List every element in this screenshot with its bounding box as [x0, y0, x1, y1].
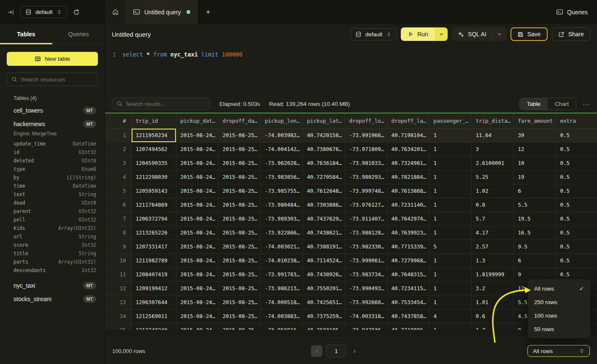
cell[interactable]: 1.8199999: [471, 267, 513, 281]
cell[interactable]: 40.7375259…: [303, 309, 345, 323]
database-selector[interactable]: default: [20, 6, 67, 18]
cell[interactable]: -73.989303…: [260, 212, 303, 226]
cell[interactable]: 1: [429, 156, 471, 170]
cell[interactable]: 2015-08-25…: [218, 184, 260, 198]
cell[interactable]: 2015-08-24…: [176, 226, 218, 240]
cell[interactable]: -73.922866…: [260, 226, 303, 240]
cell[interactable]: 2015-08-24…: [176, 323, 218, 330]
cell[interactable]: 40.7613868…: [387, 184, 429, 198]
cell[interactable]: 0.5: [556, 156, 597, 170]
cell[interactable]: 2015-08-24…: [176, 198, 218, 212]
cell[interactable]: 1207331417: [131, 240, 176, 253]
cell[interactable]: 1205959143: [131, 184, 176, 198]
cell[interactable]: -73.976127…: [345, 198, 387, 212]
cell[interactable]: 2015-08-25…: [218, 212, 260, 226]
cell[interactable]: 1212569011: [131, 309, 176, 323]
cell[interactable]: 2015-08-25…: [218, 128, 260, 142]
prev-page-button[interactable]: ‹: [311, 345, 322, 357]
cell[interactable]: 40.7533454…: [387, 295, 429, 309]
cell[interactable]: 1212743240: [131, 323, 176, 330]
cell[interactable]: 1207494562: [131, 142, 176, 156]
column-header[interactable]: fare_amount: [513, 113, 556, 128]
queries-button[interactable]: Queries: [547, 0, 597, 24]
cell[interactable]: 40.7303886…: [303, 198, 345, 212]
cell[interactable]: -74.003021…: [260, 240, 303, 253]
cell[interactable]: 40.7715339…: [387, 240, 429, 253]
cell[interactable]: 40.7324981…: [387, 156, 429, 170]
cell[interactable]: 1: [429, 212, 471, 226]
cell[interactable]: 40.7612648…: [303, 184, 345, 198]
sidebar-tab-tables[interactable]: Tables: [0, 24, 52, 44]
cell[interactable]: 9.5: [513, 240, 556, 253]
cell[interactable]: 2015-08-25…: [218, 170, 260, 184]
next-page-button[interactable]: ›: [350, 348, 359, 354]
results-search-input[interactable]: [126, 101, 206, 107]
sidebar-table-nyc-taxi[interactable]: nyc_taxi MT: [7, 279, 98, 292]
results-table-scroll[interactable]: #trip_idpickup_dat…dropoff_da…pickup_lon…: [105, 113, 597, 330]
cell[interactable]: 5.5: [513, 198, 556, 212]
page-size-option[interactable]: 250 rows: [528, 295, 590, 309]
cell[interactable]: 2015-08-24…: [176, 295, 218, 309]
cell[interactable]: -74.010238…: [260, 253, 303, 267]
selected-cell[interactable]: 1211950234: [131, 128, 176, 142]
cell[interactable]: 40.7648315…: [387, 267, 429, 281]
cell[interactable]: 40.7634201…: [387, 142, 429, 156]
query-database-selector[interactable]: default: [350, 28, 397, 40]
cell[interactable]: 1204590335: [131, 156, 176, 170]
resource-search-input[interactable]: [21, 76, 93, 83]
page-size-select[interactable]: All rows: [527, 345, 590, 357]
sql-ai-main[interactable]: SQL AI: [452, 27, 492, 41]
row-number-header[interactable]: #: [105, 113, 131, 128]
cell[interactable]: -73.988128…: [345, 226, 387, 240]
cell[interactable]: -73.990493…: [345, 281, 387, 295]
cell[interactable]: 2015-08-25…: [218, 281, 260, 295]
cell[interactable]: 1: [429, 323, 471, 330]
cell[interactable]: 2015-08-24…: [176, 142, 218, 156]
cell[interactable]: 40.7550201…: [303, 281, 345, 295]
cell[interactable]: 0.5: [556, 128, 597, 142]
cell[interactable]: 39: [513, 128, 556, 142]
cell[interactable]: 1213265226: [131, 226, 176, 240]
cell[interactable]: 1: [429, 281, 471, 295]
cell[interactable]: 0.5: [556, 184, 597, 198]
sidebar-tab-queries[interactable]: Queries: [52, 24, 105, 44]
cell[interactable]: 1209199412: [131, 281, 176, 295]
run-button[interactable]: Run: [401, 27, 448, 41]
sql-ai-caret[interactable]: [492, 27, 506, 41]
cell[interactable]: 2015-08-24…: [176, 212, 218, 226]
new-tab-button[interactable]: +: [198, 0, 218, 24]
cell[interactable]: 2015-08-25…: [218, 309, 260, 323]
cell[interactable]: 40.7231140…: [387, 198, 429, 212]
run-options-caret[interactable]: [435, 27, 448, 41]
cell[interactable]: 12: [513, 142, 556, 156]
page-size-option[interactable]: 100 rows: [528, 309, 590, 322]
cell[interactable]: -74.000518…: [260, 295, 303, 309]
page-size-option[interactable]: 50 rows: [528, 322, 590, 336]
cell[interactable]: 1: [429, 170, 471, 184]
cell[interactable]: 1: [429, 184, 471, 198]
cell[interactable]: 2.57: [471, 240, 513, 253]
new-table-button[interactable]: New table: [7, 52, 98, 66]
cell[interactable]: 2015-08-25…: [218, 253, 260, 267]
sql-ai-button[interactable]: SQL AI: [452, 27, 506, 41]
cell[interactable]: 2015-08-24…: [176, 281, 218, 295]
cell[interactable]: -73.999061…: [345, 253, 387, 267]
cell[interactable]: 1212298030: [131, 170, 176, 184]
cell[interactable]: 40.7198104…: [387, 128, 429, 142]
view-toggle-table[interactable]: Table: [520, 98, 548, 110]
sidebar-table-stocks-stream[interactable]: stocks_stream MT: [7, 292, 98, 306]
view-toggle-chart[interactable]: Chart: [548, 98, 576, 110]
cell[interactable]: 0.5: [556, 170, 597, 184]
cell[interactable]: 3: [471, 142, 513, 156]
cell[interactable]: 2015-08-25…: [218, 226, 260, 240]
cell[interactable]: 1211982789: [131, 253, 176, 267]
cell[interactable]: 40.7114524…: [303, 253, 345, 267]
cell[interactable]: 3.2: [471, 281, 513, 295]
cell[interactable]: 0.5: [556, 142, 597, 156]
cell[interactable]: 40.7438926…: [303, 267, 345, 281]
cell[interactable]: 40.7234115…: [387, 281, 429, 295]
cell[interactable]: 2015-08-24…: [176, 253, 218, 267]
cell[interactable]: 2015-08-25…: [218, 240, 260, 253]
cell[interactable]: -73.982330…: [345, 240, 387, 253]
cell[interactable]: 4.17: [471, 226, 513, 240]
